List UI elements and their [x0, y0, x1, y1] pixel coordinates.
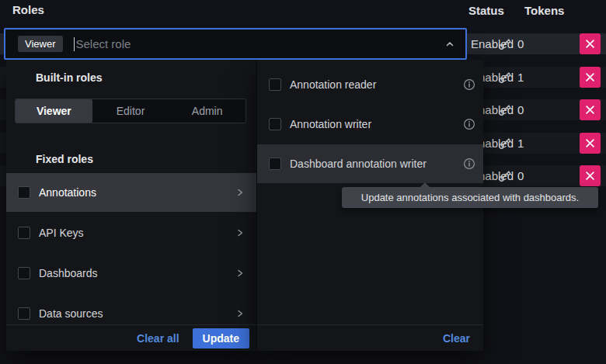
- submenu-item-dashboard-annotation-writer[interactable]: Dashboard annotation writer: [257, 144, 483, 183]
- api-keys-checkbox[interactable]: [18, 227, 30, 239]
- radio-admin[interactable]: Admin: [169, 99, 246, 123]
- annotation-reader-checkbox[interactable]: [269, 78, 281, 91]
- close-icon: [586, 139, 594, 147]
- delete-button[interactable]: [580, 99, 601, 120]
- annotations-checkbox[interactable]: [18, 186, 30, 199]
- token-count: 1: [517, 67, 524, 88]
- token-count: 1: [517, 133, 524, 154]
- menu-footer: Clear all Update: [6, 324, 256, 351]
- submenu-item-annotation-reader[interactable]: Annotation reader: [257, 65, 483, 104]
- delete-button[interactable]: [580, 133, 601, 154]
- selected-role-chip[interactable]: Viewer: [18, 36, 63, 52]
- clear-all-link[interactable]: Clear all: [137, 332, 179, 345]
- tooltip-text: Update annotations associated with dashb…: [361, 192, 579, 203]
- close-icon: [586, 172, 594, 180]
- radio-viewer[interactable]: Viewer: [16, 99, 92, 123]
- role-select-input[interactable]: Viewer Select role: [4, 28, 467, 60]
- annotation-writer-checkbox[interactable]: [269, 118, 281, 130]
- submenu-item-annotation-writer[interactable]: Annotation writer: [257, 105, 483, 144]
- key-icon: [498, 103, 511, 116]
- close-icon: [586, 73, 594, 81]
- data-sources-checkbox[interactable]: [18, 307, 30, 320]
- tokens-column-header: Tokens: [524, 4, 564, 17]
- built-in-role-radio-group: Viewer Editor Admin: [15, 99, 246, 123]
- submenu-footer: Clear: [257, 324, 483, 351]
- close-icon: [586, 40, 594, 48]
- delete-button[interactable]: [580, 33, 601, 54]
- key-icon: [498, 169, 511, 182]
- chevron-up-icon[interactable]: [444, 39, 455, 50]
- delete-button[interactable]: [580, 67, 601, 88]
- fixed-group-api-keys[interactable]: API Keys: [6, 213, 256, 252]
- token-count: 0: [517, 165, 524, 186]
- chevron-right-icon: [235, 268, 246, 279]
- info-icon[interactable]: [463, 78, 475, 91]
- chevron-right-icon: [235, 308, 246, 319]
- info-icon[interactable]: [463, 118, 475, 130]
- delete-button[interactable]: [580, 165, 601, 186]
- dashboard-annotation-writer-checkbox[interactable]: [269, 158, 281, 170]
- key-icon: [498, 71, 511, 84]
- key-icon: [498, 137, 511, 150]
- update-button[interactable]: Update: [193, 328, 249, 348]
- dashboards-checkbox[interactable]: [18, 267, 30, 279]
- text-cursor: [74, 37, 75, 51]
- fixed-group-annotations[interactable]: Annotations: [6, 173, 256, 212]
- key-icon: [498, 37, 511, 50]
- role-picker-menu: Built-in roles Viewer Editor Admin Fixed…: [6, 60, 256, 351]
- token-count: 0: [517, 33, 524, 54]
- role-select-placeholder: Select role: [76, 37, 131, 50]
- tooltip-arrow: [420, 182, 430, 188]
- info-icon[interactable]: [463, 158, 475, 170]
- role-picker-screen: Roles Status Tokens Enabled 0 Enabled 1 …: [0, 0, 606, 364]
- clear-link[interactable]: Clear: [443, 332, 470, 345]
- close-icon: [586, 106, 594, 114]
- radio-editor[interactable]: Editor: [92, 99, 169, 123]
- fixed-roles-title: Fixed roles: [36, 153, 93, 165]
- fixed-group-dashboards[interactable]: Dashboards: [6, 254, 256, 293]
- status-column-header: Status: [468, 4, 504, 17]
- tooltip: Update annotations associated with dashb…: [342, 187, 598, 208]
- chevron-right-icon: [235, 187, 246, 198]
- roles-column-header: Roles: [12, 3, 44, 16]
- chevron-right-icon: [235, 227, 246, 238]
- token-count: 0: [517, 99, 524, 120]
- built-in-roles-title: Built-in roles: [36, 71, 103, 84]
